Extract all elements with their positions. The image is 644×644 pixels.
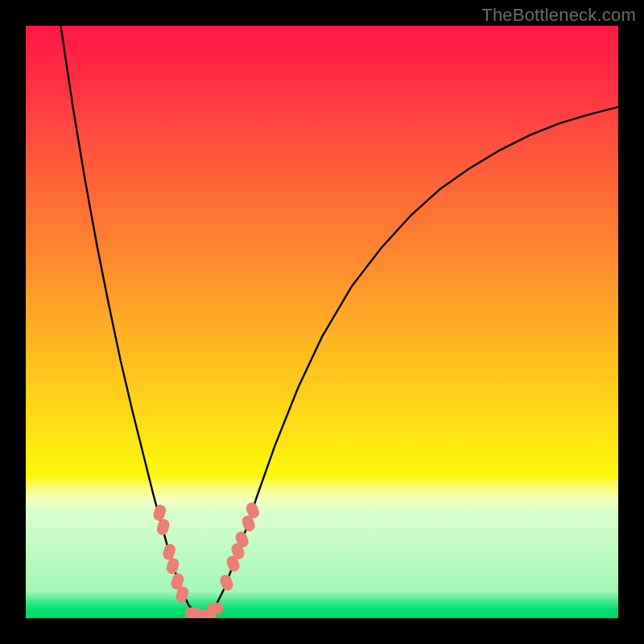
- plot-area: [26, 26, 618, 618]
- bottleneck-curve: [60, 26, 618, 615]
- curve-markers: [152, 501, 262, 618]
- curve-marker: [218, 573, 234, 592]
- watermark-text: TheBottleneck.com: [481, 5, 636, 26]
- curve-layer: [26, 26, 618, 618]
- curve-marker: [208, 602, 224, 613]
- chart-frame: TheBottleneck.com: [0, 0, 644, 644]
